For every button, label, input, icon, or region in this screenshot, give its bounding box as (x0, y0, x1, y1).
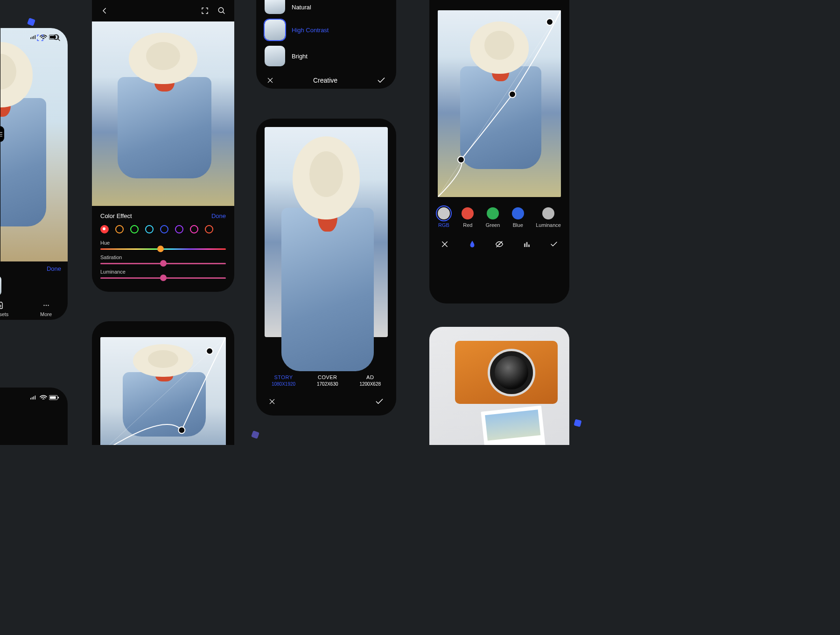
channel-luminance[interactable]: Luminance (536, 207, 561, 228)
histogram-icon[interactable] (523, 240, 531, 248)
channel-red[interactable]: Red (462, 207, 474, 228)
color-swatch[interactable] (190, 225, 198, 233)
screen-color-effect: Color Effect Done Hue Satiration Luminan… (92, 0, 234, 292)
channel-swatch (512, 207, 524, 219)
close-icon[interactable] (441, 240, 449, 248)
color-swatch[interactable] (100, 225, 109, 233)
screen-fragment (0, 388, 68, 445)
photo-compare-area[interactable] (0, 28, 68, 261)
preset-thumb (265, 20, 285, 40)
tab-presets-label: Presets (0, 311, 8, 317)
visibility-icon[interactable] (495, 240, 504, 248)
preset-natural[interactable]: Natural (256, 0, 396, 17)
polaroid-photo (481, 405, 546, 445)
color-swatch[interactable] (205, 225, 213, 233)
slider-label-luminance: Luminance (100, 269, 226, 275)
preset-thumb[interactable] (0, 276, 1, 296)
color-swatch[interactable] (175, 225, 183, 233)
svg-point-7 (45, 305, 46, 306)
crop-frame-icon[interactable] (201, 7, 209, 15)
svg-rect-24 (58, 397, 59, 399)
svg-point-20 (206, 348, 213, 354)
screen-curves-secondary (92, 321, 234, 445)
done-button[interactable]: Done (0, 261, 68, 276)
status-bar (0, 388, 68, 400)
preset-thumb (265, 0, 285, 14)
back-icon[interactable] (100, 7, 109, 15)
svg-point-12 (509, 91, 516, 98)
search-icon[interactable] (217, 7, 226, 15)
svg-point-6 (43, 305, 44, 306)
tab-more[interactable]: More (40, 301, 52, 317)
screen-compare: Done Filter Presets More (0, 28, 68, 320)
channel-swatch (487, 207, 499, 219)
color-swatch[interactable] (160, 225, 168, 233)
svg-point-13 (546, 19, 553, 25)
color-swatch[interactable] (115, 225, 124, 233)
svg-rect-18 (528, 245, 530, 247)
confirm-icon[interactable] (550, 240, 558, 248)
preset-thumbnails (0, 276, 68, 296)
close-icon[interactable] (266, 77, 274, 84)
done-button[interactable]: Done (211, 212, 226, 219)
preset-label: High Contrast (292, 27, 329, 34)
svg-point-21 (178, 427, 185, 433)
luminance-slider[interactable] (100, 277, 226, 279)
decor-square (251, 430, 259, 439)
screen-preset-picker: Natural High Contrast Bright Creative (256, 0, 396, 89)
screen-curves: RGB Red Green Blue Luminance (429, 0, 569, 303)
channel-blue[interactable]: Blue (512, 207, 524, 228)
decor-square (574, 419, 581, 427)
panel-title: Color Effect (100, 212, 132, 219)
color-swatch[interactable] (130, 225, 139, 233)
channel-swatch (438, 207, 450, 219)
slider-label-saturation: Satiration (100, 254, 226, 260)
tab-presets[interactable]: Presets (0, 301, 8, 317)
svg-rect-17 (526, 242, 527, 247)
screen-export: STORY 1080X1920 COVER 1702X630 AD 1200X6… (256, 119, 396, 416)
compare-handle[interactable] (0, 126, 4, 142)
svg-point-11 (458, 156, 464, 163)
hue-slider[interactable] (100, 248, 226, 250)
camera-photo-card (429, 327, 569, 445)
channel-green[interactable]: Green (486, 207, 500, 228)
channel-rgb[interactable]: RGB (438, 207, 450, 228)
saturation-slider[interactable] (100, 263, 226, 264)
camera-lens (490, 351, 533, 394)
compare-divider[interactable] (0, 28, 0, 261)
preset-thumb (265, 46, 285, 66)
color-swatch[interactable] (145, 225, 154, 233)
confirm-icon[interactable] (377, 76, 386, 85)
svg-rect-23 (50, 396, 56, 399)
preset-bright[interactable]: Bright (256, 43, 396, 69)
preset-category-title: Creative (313, 77, 337, 84)
color-swatch-row (100, 225, 226, 233)
photo-preview (92, 21, 234, 206)
channel-swatch (542, 207, 554, 219)
slider-label-hue: Hue (100, 240, 226, 246)
svg-rect-16 (524, 244, 525, 247)
photo-curves-area[interactable] (100, 337, 226, 445)
svg-line-10 (438, 10, 561, 197)
channel-swatch (462, 207, 474, 219)
tab-more-label: More (40, 311, 52, 317)
svg-point-8 (48, 305, 49, 306)
preset-label: Natural (292, 4, 311, 11)
photo-preview (265, 127, 388, 337)
preset-label: Bright (292, 53, 308, 60)
drop-icon[interactable] (468, 240, 476, 248)
photo-curves-area[interactable] (438, 10, 561, 197)
preset-high-contrast[interactable]: High Contrast (256, 17, 396, 43)
decor-square (27, 18, 35, 26)
